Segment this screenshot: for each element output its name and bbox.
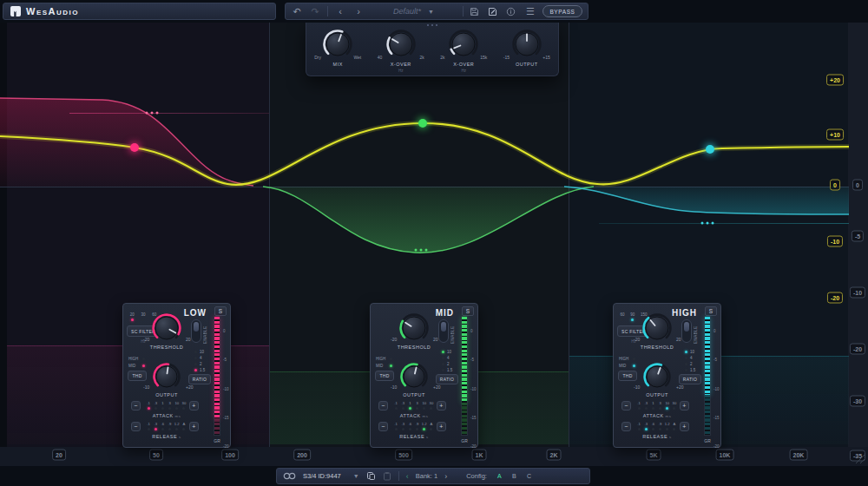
next-preset-icon[interactable]: ›	[352, 3, 365, 19]
redo-icon[interactable]: ↷	[309, 3, 321, 19]
high-band-drag-handle[interactable]	[701, 222, 714, 225]
output-knob[interactable]	[512, 30, 542, 59]
thd-led	[390, 364, 392, 367]
mix-knob[interactable]	[323, 30, 352, 59]
attack-option-label: 3	[659, 401, 661, 405]
release-plus-button[interactable]: +	[680, 422, 689, 431]
attack-plus-button[interactable]: +	[437, 401, 446, 410]
low-band-drag-handle[interactable]	[146, 112, 159, 115]
attack-option-label: 30	[673, 401, 677, 405]
gain-tick--10: -10	[827, 236, 843, 247]
enable-toggle[interactable]	[438, 319, 449, 343]
release-plus-button[interactable]: +	[437, 422, 446, 431]
output-caption: OUTPUT	[139, 392, 194, 397]
attack-option-label: 30	[430, 401, 434, 405]
low-band-control-point[interactable]	[130, 143, 139, 152]
release-led	[168, 428, 171, 430]
mid-band-control-point[interactable]	[418, 119, 427, 128]
attack-led	[402, 407, 404, 410]
enable-toggle[interactable]	[191, 319, 201, 343]
thd-led	[142, 358, 145, 360]
save-icon[interactable]	[470, 7, 482, 16]
release-plus-button[interactable]: +	[189, 422, 199, 431]
release-unit: s	[179, 435, 181, 439]
attack-minus-button[interactable]: −	[131, 401, 141, 410]
gr-scale-label: -20	[223, 444, 229, 449]
bypass-button[interactable]: BYPASS	[542, 5, 582, 17]
attack-minus-button[interactable]: −	[621, 401, 631, 410]
attack-led	[395, 407, 398, 410]
threshold-knob[interactable]	[399, 313, 429, 343]
attack-caption: ATTACKms	[631, 413, 683, 418]
release-minus-button[interactable]: −	[378, 422, 388, 431]
channel-link-icon[interactable]	[283, 472, 296, 480]
undo-icon[interactable]: ↶	[291, 3, 303, 19]
sc-led	[631, 319, 634, 321]
gr-scale-label: 0	[223, 329, 226, 333]
attack-option-label: .3	[155, 401, 158, 405]
copy-icon[interactable]	[366, 471, 376, 481]
enable-toggle[interactable]	[681, 319, 692, 343]
prev-preset-icon[interactable]: ‹	[334, 3, 346, 19]
high-band-control-point[interactable]	[706, 145, 714, 154]
ratio-option-label: 1.5	[690, 368, 695, 372]
config-button-c[interactable]: C	[523, 470, 535, 482]
info-icon[interactable]	[506, 7, 518, 16]
thd-button[interactable]: THD	[128, 371, 147, 381]
attack-minus-button[interactable]: −	[378, 401, 388, 410]
solo-button[interactable]: S	[705, 306, 717, 316]
knob-unit: Hz	[371, 69, 431, 73]
release-leds: .1.3.6.91.2A	[392, 422, 435, 430]
threshold-min: -20	[634, 337, 640, 342]
release-minus-button[interactable]: −	[131, 422, 141, 431]
release-option-label: 1.2	[174, 422, 180, 426]
device-select[interactable]: S3/4 ID:9447 ▼	[303, 472, 359, 480]
gr-meter-caption: GR	[213, 438, 221, 443]
config-button-a[interactable]: A	[494, 470, 505, 482]
bank-next-button[interactable]: ›	[444, 472, 447, 481]
x-over-knob[interactable]	[386, 30, 416, 59]
output-knob[interactable]	[400, 363, 428, 391]
attack-option-label: 1	[409, 401, 411, 405]
ratio-button[interactable]: RATIO	[436, 374, 458, 384]
ratio-button[interactable]: RATIO	[679, 374, 701, 384]
attack-plus-button[interactable]: +	[189, 401, 199, 410]
release-option-label: .6	[409, 422, 412, 426]
threshold-knob[interactable]	[152, 313, 181, 343]
threshold-max: 20	[186, 337, 191, 342]
attack-led	[430, 407, 432, 410]
release-minus-button[interactable]: −	[621, 422, 631, 431]
crossover-divider-low-mid[interactable]	[269, 23, 270, 447]
gr-meter	[461, 316, 468, 436]
thd-button[interactable]: THD	[618, 371, 637, 381]
attack-plus-button[interactable]: +	[680, 401, 689, 410]
footer-toolbar: S3/4 ID:9447 ▼ ‹ Bank: 1 › Config: ABC	[276, 468, 590, 484]
release-option-label: .1	[637, 422, 641, 426]
release-led	[395, 428, 398, 430]
paste-icon[interactable]	[383, 471, 391, 481]
threshold-max: 20	[433, 337, 438, 342]
ratio-option-label: 10	[447, 350, 451, 354]
ratio-button[interactable]: RATIO	[188, 374, 211, 384]
bank-prev-button[interactable]: ‹	[406, 472, 409, 481]
knob-max-label: +15	[542, 55, 549, 60]
enable-toggle-knob	[684, 322, 689, 332]
preset-dropdown[interactable]: Default* ▼	[371, 4, 457, 18]
output-knob[interactable]	[153, 363, 181, 391]
mid-band-drag-handle[interactable]	[415, 249, 428, 252]
solo-button[interactable]: S	[462, 306, 474, 316]
gr-scale-label: 0	[470, 329, 473, 333]
attack-led	[638, 407, 641, 410]
output-knob[interactable]	[643, 363, 671, 391]
crossover-divider-mid-high[interactable]	[569, 23, 569, 447]
threshold-knob[interactable]	[642, 313, 672, 343]
thd-button[interactable]: THD	[375, 371, 394, 381]
attack-led	[666, 407, 668, 410]
config-button-b[interactable]: B	[509, 470, 520, 482]
x-over-knob[interactable]	[449, 30, 478, 59]
ratio-led	[685, 369, 687, 371]
menu-icon[interactable]: ☰	[524, 3, 536, 19]
save-as-icon[interactable]	[488, 7, 500, 16]
enable-toggle-knob	[441, 322, 446, 332]
solo-button[interactable]: S	[214, 306, 227, 316]
